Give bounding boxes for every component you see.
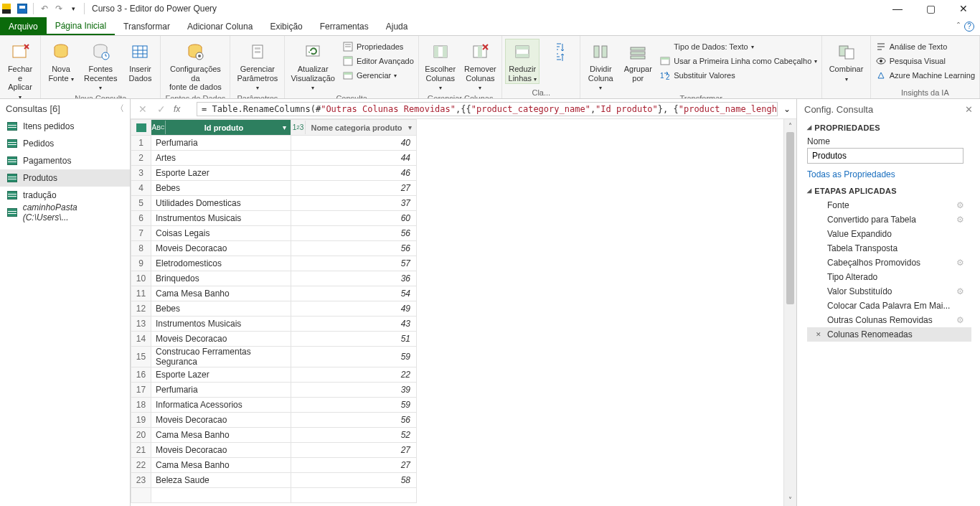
new-source-button[interactable]: Nova Fonte ▾ xyxy=(44,39,78,84)
cell[interactable]: 37 xyxy=(291,196,417,211)
cell[interactable]: 51 xyxy=(291,332,417,347)
cell[interactable]: Perfumaria xyxy=(151,136,291,151)
table-row[interactable]: 10Brinquedos36 xyxy=(131,271,417,286)
cell[interactable]: Instrumentos Musicais xyxy=(151,317,291,332)
cell[interactable]: Moveis Decoracao xyxy=(151,413,291,428)
row-number[interactable]: 11 xyxy=(131,286,151,301)
reduce-rows-button[interactable]: Reduzir Linhas ▾ xyxy=(505,39,540,84)
cell[interactable]: Cama Mesa Banho xyxy=(151,458,291,473)
first-row-headers-button[interactable]: Usar a Primeira Linha como Cabeçalho ▾ xyxy=(658,55,819,67)
cell[interactable]: Artes xyxy=(151,151,291,166)
manage-button[interactable]: Gerenciar ▾ xyxy=(341,69,415,82)
table-row[interactable]: 6Instrumentos Musicais60 xyxy=(131,211,417,226)
settings-close-icon[interactable]: ✕ xyxy=(965,104,973,115)
table-row[interactable]: 2Artes44 xyxy=(131,151,417,166)
cell[interactable]: Beleza Saude xyxy=(151,473,291,488)
refresh-preview-button[interactable]: Atualizar Visualização ▾ xyxy=(288,39,338,93)
row-number[interactable]: 22 xyxy=(131,458,151,473)
query-item[interactable]: Produtos xyxy=(0,169,130,187)
row-number[interactable]: 4 xyxy=(131,181,151,196)
undo-button[interactable]: ↶ xyxy=(38,2,51,15)
cell[interactable]: Eletrodomesticos xyxy=(151,256,291,271)
table-row[interactable]: 18Informatica Acessorios59 xyxy=(131,398,417,413)
replace-values-button[interactable]: 12Substituir Valores xyxy=(658,69,819,82)
row-number[interactable]: 8 xyxy=(131,241,151,256)
formula-commit[interactable]: ✓ xyxy=(155,103,168,115)
scroll-thumb[interactable] xyxy=(786,132,794,304)
gear-icon[interactable]: ⚙ xyxy=(956,258,964,268)
data-source-settings-button[interactable]: Configurações da fonte de dados xyxy=(164,39,227,93)
query-item[interactable]: Pagamentos xyxy=(0,152,130,169)
redo-button[interactable]: ↷ xyxy=(52,2,65,15)
remove-columns-button[interactable]: Remover Colunas ▾ xyxy=(462,39,499,93)
scroll-up-icon[interactable]: ˄ xyxy=(784,119,796,132)
sort-button[interactable] xyxy=(542,39,577,65)
row-number[interactable]: 6 xyxy=(131,211,151,226)
collapse-icon[interactable]: 〈 xyxy=(116,103,124,115)
tab-file[interactable]: Arquivo xyxy=(0,17,47,35)
row-number[interactable]: 13 xyxy=(131,317,151,332)
cell[interactable]: Cama Mesa Banho xyxy=(151,428,291,443)
cell[interactable]: 43 xyxy=(291,317,417,332)
tab-adicionar-coluna[interactable]: Adicionar Coluna xyxy=(179,17,261,35)
cell[interactable]: Moveis Decoracao xyxy=(151,241,291,256)
help-icon[interactable]: ? xyxy=(964,22,974,32)
table-row[interactable]: 15Construcao Ferramentas Seguranca59 xyxy=(131,347,417,367)
cell[interactable]: Perfumaria xyxy=(151,383,291,398)
split-column-button[interactable]: Dividir Coluna ▾ xyxy=(583,39,618,93)
cell[interactable] xyxy=(291,488,417,503)
cell[interactable]: 36 xyxy=(291,271,417,286)
row-number[interactable]: 18 xyxy=(131,398,151,413)
cell[interactable]: Esporte Lazer xyxy=(151,367,291,383)
cell[interactable]: Instrumentos Musicais xyxy=(151,211,291,226)
applied-step[interactable]: Convertido para Tabela⚙ xyxy=(807,212,971,227)
cell[interactable]: Bebes xyxy=(151,301,291,317)
table-row[interactable]: 4Bebes27 xyxy=(131,181,417,196)
query-name-input[interactable] xyxy=(807,148,963,164)
recent-sources-button[interactable]: Fontes Recentes ▾ xyxy=(81,39,120,93)
tab-página-inicial[interactable]: Página Inicial xyxy=(47,17,115,35)
row-number[interactable]: 9 xyxy=(131,256,151,271)
close-apply-button[interactable]: Fechar e Aplicar ▾ xyxy=(3,39,37,99)
query-item[interactable]: Pedidos xyxy=(0,135,130,152)
table-row[interactable]: 8Moveis Decoracao56 xyxy=(131,241,417,256)
row-number[interactable]: 2 xyxy=(131,151,151,166)
applied-step[interactable]: Tabela Transposta xyxy=(807,241,971,256)
table-row[interactable]: 20Cama Mesa Banho52 xyxy=(131,428,417,443)
scroll-down-icon[interactable]: ˅ xyxy=(784,493,796,506)
cell[interactable]: Informatica Acessorios xyxy=(151,398,291,413)
gear-icon[interactable]: ⚙ xyxy=(956,286,964,296)
gear-icon[interactable]: ⚙ xyxy=(956,215,964,225)
row-number[interactable]: 16 xyxy=(131,367,151,383)
column-header-nome-categoria[interactable]: 123 Nome categoria produto ▾ xyxy=(291,120,417,136)
table-row[interactable]: 9Eletrodomesticos57 xyxy=(131,256,417,271)
table-row[interactable]: 21Moveis Decoracao27 xyxy=(131,443,417,458)
cell[interactable]: 49 xyxy=(291,301,417,317)
cell[interactable]: 40 xyxy=(291,136,417,151)
row-number[interactable]: 17 xyxy=(131,383,151,398)
cell[interactable]: 58 xyxy=(291,473,417,488)
qat-dropdown[interactable]: ▾ xyxy=(67,2,80,15)
properties-button[interactable]: Propriedades xyxy=(341,40,415,53)
table-row[interactable]: 5Utilidades Domesticas37 xyxy=(131,196,417,211)
close-button[interactable]: ✕ xyxy=(947,0,980,17)
cell[interactable]: 56 xyxy=(291,413,417,428)
table-row[interactable]: 1Perfumaria40 xyxy=(131,136,417,151)
applied-step[interactable]: Colocar Cada Palavra Em Mai... xyxy=(807,299,971,313)
cell[interactable]: 57 xyxy=(291,256,417,271)
cell[interactable]: Bebes xyxy=(151,181,291,196)
minimize-button[interactable]: — xyxy=(881,0,914,17)
query-item[interactable]: Itens pedidos xyxy=(0,118,130,135)
cell[interactable]: Brinquedos xyxy=(151,271,291,286)
combine-button[interactable]: Combinar ▾ xyxy=(825,39,867,84)
save-button[interactable] xyxy=(16,2,29,15)
cell[interactable]: 27 xyxy=(291,443,417,458)
table-row[interactable]: 7Coisas Legais56 xyxy=(131,226,417,241)
cell[interactable]: 60 xyxy=(291,211,417,226)
cell[interactable]: 59 xyxy=(291,347,417,367)
row-number[interactable]: 12 xyxy=(131,301,151,317)
table-corner[interactable] xyxy=(131,120,151,136)
maximize-button[interactable]: ▢ xyxy=(914,0,947,17)
row-number[interactable]: 19 xyxy=(131,413,151,428)
cell[interactable]: Construcao Ferramentas Seguranca xyxy=(151,347,291,367)
